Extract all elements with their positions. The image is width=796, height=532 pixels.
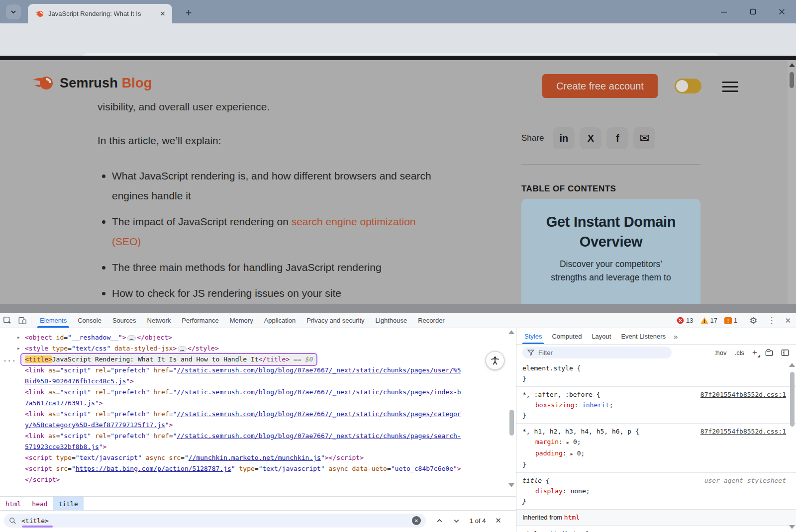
x-share-button[interactable]: X <box>580 127 601 149</box>
css-property[interactable]: display: none; <box>522 486 781 496</box>
error-badge[interactable]: 13 <box>677 317 693 324</box>
page-scrollbar[interactable] <box>788 60 796 313</box>
expand-value-icon[interactable]: ▶ <box>570 451 573 456</box>
email-share-button[interactable]: ✉ <box>633 127 655 149</box>
create-free-account-button[interactable]: Create free account <box>542 74 658 98</box>
selected-node-box[interactable]: <title>JavaScript Rendering: What It Is … <box>21 354 316 365</box>
code-row[interactable]: <link as="script" rel="prefetch" href="/… <box>0 431 506 442</box>
code-row[interactable]: <link as="script" rel="prefetch" href="/… <box>0 365 506 376</box>
search-clear-button[interactable]: ✕ <box>412 516 421 525</box>
code-row[interactable]: y/%5Bcategory%5D-d3ef877797125f17.js"> <box>0 420 506 431</box>
maximize-button[interactable] <box>738 0 767 23</box>
linkedin-share-button[interactable]: in <box>553 127 575 149</box>
devtools-tab-memory[interactable]: Memory <box>224 313 259 328</box>
facebook-share-button[interactable]: f <box>606 127 628 149</box>
devtools-tab-network[interactable]: Network <box>142 313 177 328</box>
code-token[interactable]: //static.semrush.com/blog/blog/07ae7667/… <box>177 366 461 374</box>
toggle-sidebar-icon[interactable] <box>781 349 789 356</box>
scroll-thumb[interactable] <box>509 410 514 436</box>
elements-scrollbar[interactable] <box>507 328 516 496</box>
new-tab-button[interactable]: + <box>182 6 195 19</box>
code-row[interactable]: </script> <box>0 474 506 485</box>
devtools-tab-sources[interactable]: Sources <box>107 313 142 328</box>
code-token[interactable]: //static.semrush.com/blog/blog/07ae7667/… <box>177 388 461 396</box>
code-row[interactable]: ▸<object id="__reshadow__">…</object> <box>0 332 506 343</box>
code-token[interactable]: 7a5617ca1776391.js <box>25 399 95 407</box>
devtools-tab-performance[interactable]: Performance <box>176 313 224 328</box>
code-row[interactable]: ▸<style type="text/css" data-styled-jsx>… <box>0 343 506 354</box>
code-token[interactable]: 571923cce32bf8b8.js <box>25 443 99 450</box>
devtools-menu-button[interactable]: ⋮ <box>767 315 776 326</box>
expand-arrow-icon[interactable]: ▸ <box>17 332 20 343</box>
code-row[interactable]: Bid%5D-9026476fb1cc48c5.js"> <box>0 376 506 387</box>
search-input[interactable]: <title> ✕ <box>4 514 426 528</box>
scroll-up-arrow[interactable] <box>508 330 514 334</box>
breadcrumb-title[interactable]: title <box>53 497 84 511</box>
css-property[interactable]: box-sizing: inherit; <box>522 400 781 410</box>
styles-scrollbar[interactable] <box>788 359 796 532</box>
semrush-blog-logo[interactable]: Semrush Blog <box>32 74 152 92</box>
more-tabs-button[interactable]: » <box>671 328 681 344</box>
search-close-button[interactable]: ✕ <box>491 514 506 527</box>
tab-close-button[interactable]: ✕ <box>158 9 167 18</box>
device-toolbar-button[interactable] <box>15 314 30 328</box>
code-row[interactable]: 571923cce32bf8b8.js"> <box>0 442 506 452</box>
issues-badge[interactable]: ! 1 <box>724 317 737 324</box>
styles-filter-input[interactable]: Filter <box>522 347 672 358</box>
inspect-element-button[interactable] <box>0 314 15 328</box>
toggle-class-button[interactable]: .cls <box>735 349 745 356</box>
warning-badge[interactable]: 17 <box>700 317 717 324</box>
expand-value-icon[interactable]: ▶ <box>567 440 569 445</box>
devtools-settings-button[interactable]: ⚙ <box>749 315 757 326</box>
code-token[interactable]: //static.semrush.com/blog/blog/07ae7667/… <box>177 410 461 418</box>
css-property[interactable]: margin: ▶ 0; <box>522 437 781 448</box>
code-token[interactable]: https://bat.bing.com/p/action/5128787.js <box>76 465 231 472</box>
search-next-button[interactable] <box>448 514 465 527</box>
collapsed-content-icon[interactable]: … <box>178 346 187 352</box>
css-property[interactable]: padding: ▶ 0; <box>522 448 781 459</box>
rendering-emulation-icon[interactable] <box>765 349 773 356</box>
new-style-rule-button[interactable]: +◢ <box>752 348 757 357</box>
code-row[interactable]: ...<title>JavaScript Rendering: What It … <box>0 354 506 365</box>
devtools-tab-elements[interactable]: Elements <box>34 313 72 328</box>
minimize-button[interactable] <box>709 0 738 23</box>
scroll-thumb[interactable] <box>790 72 794 88</box>
css-rule-partial[interactable]: style attribute { <box>516 526 796 532</box>
code-row[interactable]: 7a5617ca1776391.js"> <box>0 398 506 409</box>
code-row[interactable]: <script src="https://bat.bing.com/p/acti… <box>0 463 506 474</box>
scroll-down-arrow[interactable] <box>789 525 795 529</box>
devtools-close-button[interactable]: ✕ <box>785 316 791 325</box>
styles-tab-computed[interactable]: Computed <box>547 328 587 344</box>
code-token[interactable]: y/%5Bcategory%5D-d3ef877797125f17.js <box>25 421 165 429</box>
code-token[interactable]: //munchkin.marketo.net/munchkin.js <box>189 454 321 461</box>
code-token[interactable]: Bid%5D-9026476fb1cc48c5.js <box>25 377 126 385</box>
styles-tab-layout[interactable]: Layout <box>587 328 616 344</box>
theme-toggle[interactable] <box>675 79 701 93</box>
styles-tab-event-listeners[interactable]: Event Listeners <box>616 328 671 344</box>
scroll-up-arrow[interactable] <box>789 63 795 67</box>
search-query[interactable]: <title> <box>21 517 412 525</box>
browser-tab[interactable]: JavaScript Rendering: What It Is ✕ <box>28 4 172 23</box>
tab-search-button[interactable] <box>6 4 21 19</box>
accessibility-overlay-button[interactable] <box>486 351 504 370</box>
breadcrumb-head[interactable]: head <box>26 497 53 511</box>
devtools-tab-console[interactable]: Console <box>72 313 107 328</box>
domain-overview-card[interactable]: Get Instant Domain Overview Discover you… <box>521 199 700 313</box>
toggle-hover-state-button[interactable]: :hov <box>714 349 727 356</box>
code-row[interactable]: <script type="text/javascript" async src… <box>0 452 506 463</box>
styles-tab-styles[interactable]: Styles <box>519 328 547 344</box>
breadcrumb-html[interactable]: html <box>0 497 26 511</box>
menu-hamburger-button[interactable] <box>722 82 738 95</box>
devtools-tab-privacy-and-security[interactable]: Privacy and security <box>301 313 370 328</box>
code-row[interactable]: <link as="script" rel="prefetch" href="/… <box>0 387 506 398</box>
stylesheet-source-link[interactable]: 87f201554fb8552d.css:1 <box>700 389 786 400</box>
collapsed-content-icon[interactable]: … <box>127 335 136 341</box>
stylesheet-source-link[interactable]: 87f201554fb8552d.css:1 <box>700 426 786 437</box>
scroll-up-arrow[interactable] <box>789 363 795 367</box>
scroll-down-arrow[interactable] <box>508 483 514 487</box>
close-window-button[interactable] <box>767 0 796 23</box>
search-previous-button[interactable] <box>431 514 448 527</box>
code-token[interactable]: //static.semrush.com/blog/blog/07ae7667/… <box>177 432 461 440</box>
devtools-tab-application[interactable]: Application <box>259 313 301 328</box>
expand-arrow-icon[interactable]: ▸ <box>17 343 20 354</box>
